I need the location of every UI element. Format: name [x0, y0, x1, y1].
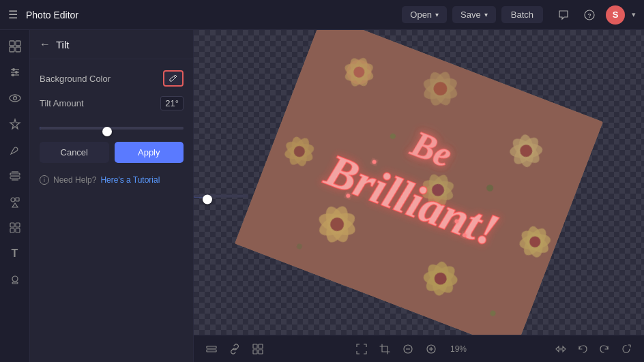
sidebar-btn-adjustments[interactable] — [4, 61, 26, 83]
svg-marker-20 — [12, 203, 18, 207]
svg-rect-5 — [16, 47, 20, 52]
svg-rect-15 — [10, 177, 20, 179]
fit-button[interactable] — [352, 340, 371, 359]
panel-title: Tilt — [56, 39, 69, 50]
zoom-out-button[interactable] — [398, 340, 418, 359]
crop-button[interactable] — [375, 340, 394, 359]
background-color-label: Background Color — [40, 74, 111, 84]
panel-back-button[interactable]: ← — [40, 38, 50, 50]
user-chevron-icon[interactable]: ▾ — [632, 10, 636, 19]
tilt-value-display: 21° — [160, 96, 184, 110]
svg-rect-26 — [12, 282, 18, 284]
svg-point-18 — [11, 198, 15, 202]
user-avatar[interactable]: S — [606, 5, 625, 25]
open-button[interactable]: Open ▾ — [402, 6, 447, 23]
zoom-percent-display: 19% — [445, 344, 467, 354]
svg-rect-3 — [16, 41, 20, 46]
zoom-slider[interactable] — [194, 195, 248, 197]
svg-rect-87 — [253, 350, 257, 354]
svg-text:?: ? — [587, 12, 591, 19]
sidebar-btn-gallery[interactable] — [4, 35, 26, 57]
help-button[interactable]: ? — [580, 5, 599, 25]
svg-point-12 — [10, 95, 20, 102]
svg-rect-83 — [207, 346, 216, 348]
apply-button[interactable]: Apply — [115, 142, 184, 163]
flip-button[interactable] — [551, 340, 570, 359]
svg-text:Be: Be — [406, 123, 457, 174]
help-info-icon: i — [40, 175, 49, 185]
zoom-in-button[interactable] — [422, 340, 441, 359]
tilt-slider[interactable] — [40, 127, 184, 130]
svg-rect-23 — [10, 228, 14, 232]
sidebar-btn-draw[interactable] — [4, 139, 26, 161]
canvas-viewport[interactable]: Be Be Brilliant! Brilliant! — [194, 30, 644, 335]
save-button[interactable]: Save ▾ — [452, 6, 496, 23]
tutorial-link[interactable]: Here's a Tutorial — [100, 175, 160, 185]
save-label: Save — [460, 10, 481, 20]
canvas-area: Be Be Brilliant! Brilliant! — [194, 30, 644, 362]
svg-rect-21 — [10, 223, 14, 227]
sidebar-btn-effects[interactable] — [4, 113, 26, 135]
svg-line-27 — [174, 76, 175, 78]
svg-rect-88 — [259, 350, 263, 354]
save-chevron-icon: ▾ — [484, 11, 488, 18]
sidebar-btn-assets[interactable] — [4, 217, 26, 239]
svg-point-9 — [12, 68, 15, 71]
tilt-panel: ← Tilt Background Color Tilt Amount — [30, 30, 194, 362]
sidebar-btn-shapes[interactable] — [4, 191, 26, 213]
color-picker-button[interactable] — [163, 70, 184, 87]
tilt-amount-label: Tilt Amount — [40, 98, 84, 108]
open-chevron-icon: ▾ — [435, 11, 439, 18]
app-title: Photo Editor — [26, 10, 78, 20]
menu-icon[interactable]: ☰ — [8, 8, 18, 21]
sidebar-btn-stamp[interactable] — [4, 269, 26, 290]
svg-rect-22 — [16, 223, 20, 227]
svg-rect-14 — [10, 173, 20, 175]
undo-button[interactable] — [573, 340, 592, 359]
icon-sidebar: T — [0, 30, 30, 362]
svg-rect-85 — [253, 344, 257, 348]
svg-rect-19 — [16, 198, 19, 201]
sidebar-btn-view[interactable] — [4, 87, 26, 109]
svg-rect-86 — [259, 344, 263, 348]
layers-bottom-button[interactable] — [202, 340, 221, 359]
svg-rect-4 — [10, 47, 14, 52]
sidebar-btn-text[interactable]: T — [4, 243, 26, 265]
svg-point-11 — [12, 74, 14, 76]
redo-button[interactable] — [595, 340, 614, 359]
grid-bottom-button[interactable] — [248, 340, 267, 359]
bottom-toolbar: 19% — [194, 335, 644, 362]
svg-rect-24 — [16, 228, 20, 232]
svg-point-25 — [12, 276, 18, 282]
batch-button[interactable]: Batch — [501, 6, 543, 23]
comment-button[interactable] — [554, 5, 573, 25]
svg-point-13 — [13, 97, 16, 100]
help-text: Need Help? — [53, 175, 96, 185]
open-label: Open — [410, 10, 432, 20]
svg-rect-84 — [207, 350, 216, 352]
cancel-button[interactable]: Cancel — [40, 142, 109, 163]
sidebar-btn-layers[interactable] — [4, 165, 26, 187]
svg-point-10 — [15, 71, 18, 74]
link-button[interactable] — [225, 340, 244, 359]
rotate-button[interactable] — [617, 340, 636, 359]
svg-rect-2 — [10, 41, 14, 46]
